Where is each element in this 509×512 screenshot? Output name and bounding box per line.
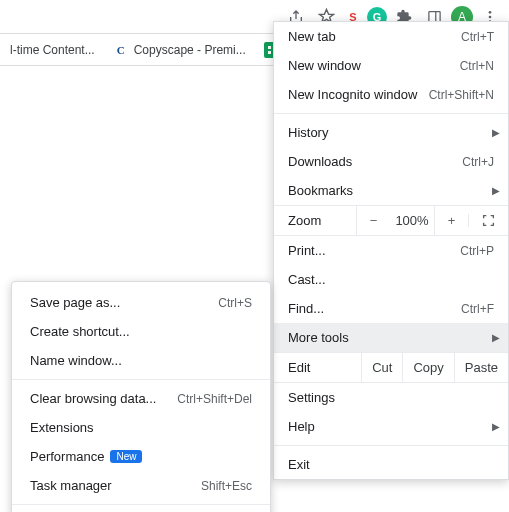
chevron-right-icon: ▶ bbox=[492, 421, 500, 432]
menu-cast[interactable]: Cast... bbox=[274, 265, 508, 294]
submenu-clear-data[interactable]: Clear browsing data... Ctrl+Shift+Del bbox=[12, 384, 270, 413]
menu-separator bbox=[274, 445, 508, 446]
submenu-task-manager[interactable]: Task manager Shift+Esc bbox=[12, 471, 270, 500]
edit-label: Edit bbox=[274, 353, 361, 382]
menu-new-tab[interactable]: New tab Ctrl+T bbox=[274, 22, 508, 51]
paste-button[interactable]: Paste bbox=[454, 353, 508, 382]
submenu-name-window[interactable]: Name window... bbox=[12, 346, 270, 375]
submenu-label: Task manager bbox=[30, 478, 112, 493]
menu-exit[interactable]: Exit bbox=[274, 450, 508, 479]
menu-new-window[interactable]: New window Ctrl+N bbox=[274, 51, 508, 80]
menu-find[interactable]: Find... Ctrl+F bbox=[274, 294, 508, 323]
more-tools-submenu: Save page as... Ctrl+S Create shortcut..… bbox=[11, 281, 271, 512]
menu-label: New tab bbox=[288, 29, 336, 44]
zoom-label: Zoom bbox=[274, 206, 356, 235]
submenu-create-shortcut[interactable]: Create shortcut... bbox=[12, 317, 270, 346]
submenu-label: Extensions bbox=[30, 420, 94, 435]
menu-label: History bbox=[288, 125, 328, 140]
submenu-label: Performance bbox=[30, 449, 104, 464]
menu-settings[interactable]: Settings bbox=[274, 383, 508, 412]
new-badge: New bbox=[110, 450, 142, 463]
menu-label: More tools bbox=[288, 330, 349, 345]
submenu-label: Clear browsing data... bbox=[30, 391, 156, 406]
svg-rect-5 bbox=[268, 46, 271, 49]
chrome-main-menu: New tab Ctrl+T New window Ctrl+N New Inc… bbox=[273, 21, 509, 480]
menu-shortcut: Ctrl+T bbox=[461, 30, 494, 44]
menu-label: New window bbox=[288, 58, 361, 73]
zoom-out-button[interactable]: − bbox=[356, 206, 390, 235]
bookmark-label: l-time Content... bbox=[10, 43, 95, 57]
svg-rect-7 bbox=[268, 51, 271, 54]
menu-shortcut: Ctrl+F bbox=[461, 302, 494, 316]
menu-shortcut: Ctrl+Shift+N bbox=[429, 88, 494, 102]
menu-label: Settings bbox=[288, 390, 335, 405]
submenu-label: Create shortcut... bbox=[30, 324, 130, 339]
menu-label: Print... bbox=[288, 243, 326, 258]
submenu-shortcut: Ctrl+S bbox=[218, 296, 252, 310]
menu-incognito[interactable]: New Incognito window Ctrl+Shift+N bbox=[274, 80, 508, 109]
submenu-shortcut: Ctrl+Shift+Del bbox=[177, 392, 252, 406]
zoom-value: 100% bbox=[390, 213, 434, 228]
submenu-extensions[interactable]: Extensions bbox=[12, 413, 270, 442]
submenu-label-wrap: Performance New bbox=[30, 449, 142, 464]
chevron-right-icon: ▶ bbox=[492, 332, 500, 343]
bookmark-label: Copyscape - Premi... bbox=[134, 43, 246, 57]
menu-shortcut: Ctrl+N bbox=[460, 59, 494, 73]
submenu-label: Save page as... bbox=[30, 295, 120, 310]
menu-shortcut: Ctrl+J bbox=[462, 155, 494, 169]
menu-separator bbox=[12, 504, 270, 505]
copy-button[interactable]: Copy bbox=[402, 353, 453, 382]
menu-help[interactable]: Help ▶ bbox=[274, 412, 508, 441]
menu-print[interactable]: Print... Ctrl+P bbox=[274, 236, 508, 265]
menu-separator bbox=[274, 113, 508, 114]
submenu-label: Name window... bbox=[30, 353, 122, 368]
menu-downloads[interactable]: Downloads Ctrl+J bbox=[274, 147, 508, 176]
submenu-save-page[interactable]: Save page as... Ctrl+S bbox=[12, 288, 270, 317]
svg-point-3 bbox=[489, 15, 492, 18]
chevron-right-icon: ▶ bbox=[492, 185, 500, 196]
fullscreen-button[interactable] bbox=[468, 214, 508, 227]
svg-rect-0 bbox=[428, 12, 439, 22]
menu-label: Bookmarks bbox=[288, 183, 353, 198]
menu-label: Exit bbox=[288, 457, 310, 472]
menu-more-tools[interactable]: More tools ▶ bbox=[274, 323, 508, 352]
cut-button[interactable]: Cut bbox=[361, 353, 402, 382]
copyscape-favicon-icon: C bbox=[113, 42, 129, 58]
menu-shortcut: Ctrl+P bbox=[460, 244, 494, 258]
menu-label: New Incognito window bbox=[288, 87, 417, 102]
chevron-right-icon: ▶ bbox=[492, 127, 500, 138]
menu-label: Find... bbox=[288, 301, 324, 316]
bookmark-item[interactable]: l-time Content... bbox=[4, 39, 101, 61]
menu-bookmarks[interactable]: Bookmarks ▶ bbox=[274, 176, 508, 205]
submenu-performance[interactable]: Performance New bbox=[12, 442, 270, 471]
menu-zoom-row: Zoom − 100% + bbox=[274, 205, 508, 236]
menu-history[interactable]: History ▶ bbox=[274, 118, 508, 147]
menu-label: Downloads bbox=[288, 154, 352, 169]
menu-edit-row: Edit Cut Copy Paste bbox=[274, 352, 508, 383]
menu-label: Help bbox=[288, 419, 315, 434]
submenu-shortcut: Shift+Esc bbox=[201, 479, 252, 493]
menu-separator bbox=[12, 379, 270, 380]
svg-point-2 bbox=[489, 11, 492, 14]
menu-label: Cast... bbox=[288, 272, 326, 287]
bookmark-item[interactable]: C Copyscape - Premi... bbox=[107, 38, 252, 62]
zoom-in-button[interactable]: + bbox=[434, 206, 468, 235]
